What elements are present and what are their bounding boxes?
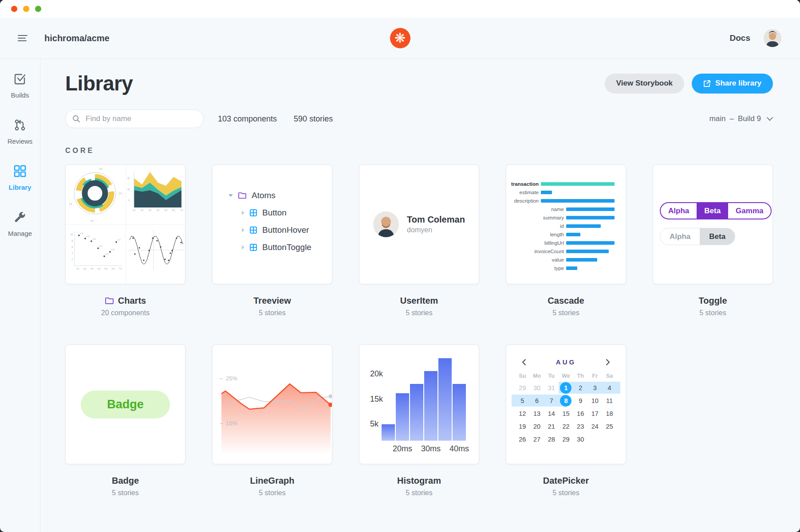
user-name: Tom Coleman [407,215,465,225]
calendar-day: 30 [573,436,588,443]
card-cascade[interactable]: transactionestimatedescriptionnamesummar… [506,164,626,284]
card-charts[interactable]: 0.5 1.0 5.0 6.0 [65,164,185,284]
datepicker-thumbnail: AUG SuMoTuWeThFrSa2930311234567891011121… [506,345,626,446]
card-caption: Charts 20 components [65,296,185,317]
svg-text:e 3: e 3 [93,238,96,240]
card-caption: Treeview 5 stories [212,296,332,317]
svg-text:5.0: 5.0 [69,203,72,205]
app-logo-icon[interactable]: ❋ [390,28,410,48]
sidebar-item-manage[interactable]: Manage [8,211,32,237]
card-caption: Toggle 5 stories [653,296,773,317]
minimize-window-button[interactable] [23,6,29,12]
card-treeview[interactable]: Atoms Button ButtonHover [212,164,332,284]
histogram-thumbnail: 20k 15k 5k 20ms 30ms 40ms [359,345,479,464]
cascade-row: summary [506,215,626,220]
grid-icon [13,164,27,180]
calendar-day: 30 [530,384,544,391]
header-right: Docs [730,29,781,47]
calendar-day: 24 [588,423,603,430]
svg-text:4.0: 4.0 [157,209,160,211]
calendar-day: 10 [588,397,603,404]
calendar-day: 31 [544,384,559,391]
card-datepicker[interactable]: AUG SuMoTuWeThFrSa2930311234567891011121… [506,344,626,464]
svg-text:1.0: 1.0 [119,192,122,195]
breadcrumb[interactable]: hichroma/acme [44,33,110,43]
search-icon [72,115,80,125]
svg-text:5.0: 5.0 [165,209,168,211]
badge-pill: Badge [81,391,170,419]
cascade-row: id [506,224,626,228]
line-graph-thumbnail: –25% –15% [213,345,332,464]
app-body: BuildsReviewsLibraryManage Library View … [0,59,800,532]
calendar-day: 19 [515,423,530,430]
svg-text:6.0: 6.0 [172,209,175,211]
weekday-label: Su [515,373,530,379]
zoom-window-button[interactable] [35,6,41,12]
histogram-bars [382,358,466,441]
component-icon [249,209,257,217]
card-caption: Histogram 5 stories [359,476,479,497]
svg-text:25%: 25% [226,375,237,382]
calendar-day: 9 [573,397,588,404]
user-avatar[interactable] [764,29,781,47]
card-caption: Badge 5 stories [65,476,185,497]
card-histogram[interactable]: 20k 15k 5k 20ms 30ms 40ms [359,344,479,464]
tree-row-root: Atoms [229,191,332,200]
calendar-day: 21 [544,423,559,430]
weekday-label: We [559,373,573,379]
svg-text:e 7: e 7 [118,239,121,241]
svg-text:e 6: e 6 [111,249,114,251]
user-item-avatar [373,211,399,237]
segmented-control-primary: Alpha Beta Gamma [660,202,772,219]
branch-name: main [709,114,726,123]
cascade-row: estimate [506,190,626,195]
histogram-bar [453,384,466,441]
svg-text:2.0: 2.0 [141,209,144,211]
prev-month-icon [521,359,526,366]
calendar-day: 29 [559,436,573,443]
sidebar-item-library[interactable]: Library [9,164,32,191]
calendar-day: 4 [602,384,617,391]
card-linegraph[interactable]: –25% –15% [212,344,332,464]
calendar-day: 12 [515,410,530,417]
view-storybook-button[interactable]: View Storybook [605,74,684,94]
chevron-down-icon [767,117,773,121]
svg-text:10: 10 [71,234,73,236]
svg-text:7.0: 7.0 [119,268,122,270]
calendar-day: 3 [588,384,603,391]
cascade-row: billingUrl [506,241,626,245]
calendar-day: 20 [530,423,544,430]
calendar-day: 17 [588,410,603,417]
weekday-label: Sa [602,373,617,379]
docs-link[interactable]: Docs [730,33,750,43]
card-badge[interactable]: Badge [65,344,185,464]
card-useritem[interactable]: Tom Coleman domyen [359,164,479,284]
card-caption: LineGraph 5 stories [212,476,332,497]
svg-text:e 4: e 4 [99,245,102,247]
calendar-day: 5 [515,397,530,404]
next-month-icon [606,359,611,366]
sidebar-item-builds[interactable]: Builds [11,72,29,99]
hamburger-menu-icon[interactable] [18,35,28,42]
calendar-day: 28 [544,436,559,443]
card-toggle[interactable]: Alpha Beta Gamma Alpha Beta [653,164,773,284]
sidebar-item-reviews[interactable]: Reviews [8,118,33,145]
radial-chart-thumbnail: 0.5 1.0 5.0 6.0 [66,165,126,225]
share-library-button[interactable]: Share library [692,74,773,94]
build-selector[interactable]: main – Build 9 [709,114,773,123]
chevron-right-icon [242,211,244,215]
titlebar [0,0,800,18]
svg-text:10: 10 [127,188,130,191]
cascade-rows: transactionestimatedescriptionnamesummar… [506,165,626,270]
svg-text:3.0: 3.0 [149,209,152,211]
page-title: Library [65,71,133,95]
histogram-bar [424,371,437,441]
calendar-day: 15 [559,410,573,417]
calendar-day: 7 [544,397,559,404]
svg-text:e 1: e 1 [80,232,83,235]
stories-count: 590 stories [294,114,333,124]
calendar-day: 25 [602,423,617,430]
search-input[interactable] [65,110,204,128]
close-window-button[interactable] [11,6,17,12]
sidebar-item-label: Reviews [8,137,33,145]
